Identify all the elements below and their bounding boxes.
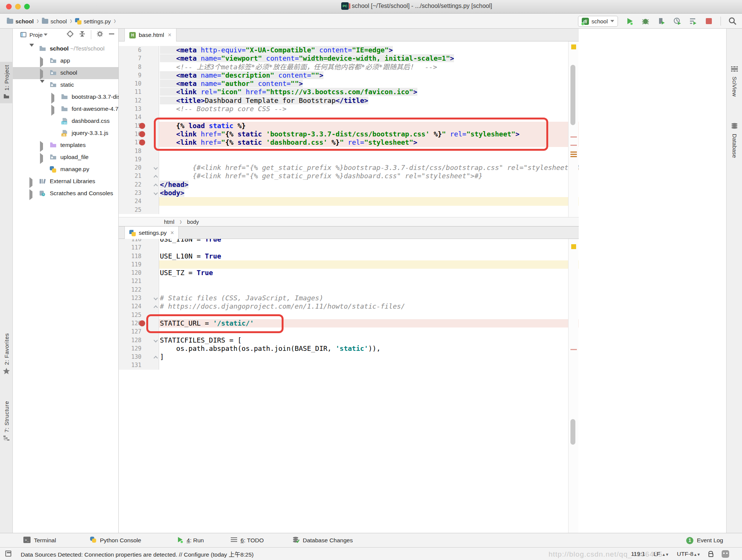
- expanded-arrow-icon[interactable]: [40, 83, 44, 90]
- tool-strip-project[interactable]: 1: Project: [0, 62, 13, 103]
- code-line-130[interactable]: 130]: [119, 353, 579, 361]
- stop-button[interactable]: [705, 17, 713, 25]
- fold-marker-icon[interactable]: [153, 175, 158, 179]
- vertical-scrollbar[interactable]: [570, 419, 575, 445]
- tree-item-dashboard-css[interactable]: CSSdashboard.css: [13, 115, 118, 127]
- tab-base-html[interactable]: H base.html ×: [124, 29, 176, 41]
- toolwindow-button-6-todo[interactable]: 6: TODO: [231, 533, 264, 548]
- minimize-window-button[interactable]: [15, 4, 21, 9]
- toolwindow-button-terminal[interactable]: >_Terminal: [23, 533, 56, 548]
- collapsed-arrow-icon[interactable]: [40, 143, 43, 150]
- encoding-select[interactable]: UTF-8▲▼: [677, 551, 700, 557]
- code-line-25[interactable]: 25: [119, 206, 579, 214]
- collapsed-arrow-icon[interactable]: [40, 59, 43, 66]
- collapsed-arrow-icon[interactable]: [29, 191, 32, 198]
- code-line-23[interactable]: 23<body>: [119, 189, 579, 197]
- tree-item-upload-file[interactable]: upload_file: [13, 151, 118, 164]
- toolwindow-button-4-run[interactable]: 4: Run: [177, 533, 204, 548]
- fold-marker-icon[interactable]: [153, 306, 158, 310]
- expanded-arrow-icon[interactable]: [29, 47, 34, 54]
- toggle-toolwindows-icon[interactable]: [5, 551, 11, 557]
- toolwindow-button-database-changes[interactable]: Database Changes: [293, 533, 353, 548]
- tool-strip-favorites[interactable]: 2: Favorites: [0, 333, 13, 376]
- code-line-117[interactable]: 117: [119, 243, 579, 252]
- settings-gear-icon[interactable]: [97, 31, 103, 39]
- tree-item-school[interactable]: school ~/Test/school: [13, 43, 118, 55]
- code-line-21[interactable]: 21 {#<link href="{% get_static_prefix %}…: [119, 172, 579, 180]
- code-line-20[interactable]: 20 {#<link href="{% get_static_prefix %}…: [119, 164, 579, 172]
- collapsed-arrow-icon[interactable]: [40, 71, 43, 78]
- breakpoint-icon[interactable]: [139, 320, 145, 326]
- breakpoint-icon[interactable]: [139, 123, 145, 129]
- collapsed-arrow-icon[interactable]: [40, 155, 43, 162]
- vertical-scrollbar[interactable]: [570, 65, 575, 125]
- collapsed-arrow-icon[interactable]: [29, 179, 32, 186]
- code-line-22[interactable]: 22</head>: [119, 181, 579, 189]
- tree-item-font-awesome-4-7-0[interactable]: font-awesome-4.7.0: [13, 103, 118, 115]
- code-line-13[interactable]: 13 <!-- Bootstrap core CSS -->: [119, 105, 579, 113]
- fold-marker-icon[interactable]: [153, 338, 158, 342]
- tree-item-jquery-3-3-1-js[interactable]: JSjquery-3.3.1.js: [13, 127, 118, 139]
- code-line-8[interactable]: 8 <!-- 上述3个meta标签*必须*放在最前面，任何其他内容都*必须*跟随…: [119, 63, 579, 71]
- code-line-119[interactable]: 119: [119, 260, 579, 269]
- close-tab-icon[interactable]: ×: [170, 230, 174, 236]
- breakpoint-icon[interactable]: [139, 131, 145, 137]
- caret-position[interactable]: 119:1: [631, 551, 645, 557]
- code-line-6[interactable]: 6 <meta http-equiv="X-UA-Compatible" con…: [119, 46, 579, 54]
- run-configuration-select[interactable]: dj school: [578, 16, 618, 27]
- code-line-128[interactable]: 128STATICFILES_DIRS = [: [119, 336, 579, 344]
- close-tab-icon[interactable]: ×: [168, 32, 171, 38]
- hide-panel-icon[interactable]: [109, 31, 115, 38]
- collapsed-arrow-icon[interactable]: [51, 107, 54, 114]
- code-line-123[interactable]: 123# Static files (CSS, JavaScript, Imag…: [119, 294, 579, 302]
- code-line-9[interactable]: 9 <meta name="description" content="">: [119, 71, 579, 80]
- code-line-116[interactable]: 116USE_I18N = True: [119, 239, 579, 243]
- breadcrumb-package[interactable]: school: [51, 18, 67, 24]
- locate-file-icon[interactable]: [67, 31, 74, 39]
- tree-item-templates[interactable]: templates: [13, 139, 118, 151]
- maximize-window-button[interactable]: [24, 4, 30, 9]
- settings-py-editor[interactable]: 116USE_I18N = True117118USE_L10N = True1…: [119, 239, 579, 533]
- code-line-131[interactable]: 131: [119, 361, 579, 369]
- base-error-stripe[interactable]: [568, 41, 578, 217]
- tree-item-school[interactable]: school: [13, 67, 118, 79]
- toolwindow-button-python-console[interactable]: Python Console: [90, 533, 141, 548]
- collapsed-arrow-icon[interactable]: [51, 95, 54, 102]
- tree-item-static[interactable]: static: [13, 79, 118, 91]
- run-tasks-button[interactable]: [689, 17, 697, 25]
- search-everywhere-icon[interactable]: [728, 17, 737, 25]
- fold-marker-icon[interactable]: [153, 356, 158, 360]
- tool-strip-sciview[interactable]: SciView: [727, 66, 742, 96]
- code-line-7[interactable]: 7 <meta name="viewport" content="width=d…: [119, 54, 579, 63]
- fold-marker-icon[interactable]: [153, 184, 158, 188]
- code-line-122[interactable]: 122: [119, 286, 579, 294]
- tree-item-scratches-and-consoles[interactable]: Scratches and Consoles: [13, 188, 118, 200]
- tree-item-app[interactable]: app: [13, 55, 118, 67]
- coverage-button[interactable]: [657, 17, 665, 25]
- collapse-all-icon[interactable]: [79, 31, 86, 39]
- line-ending-select[interactable]: LF ▲▼: [653, 551, 668, 557]
- code-line-12[interactable]: 12 <title>Dashboard Template for Bootstr…: [119, 96, 579, 105]
- debug-button[interactable]: [641, 17, 650, 25]
- breadcrumb-html[interactable]: html: [164, 219, 174, 225]
- code-line-11[interactable]: 11 <link rel="icon" href="https://v3.boo…: [119, 88, 579, 96]
- fold-marker-icon[interactable]: [153, 191, 158, 195]
- tree-item-manage-py[interactable]: manage.py: [13, 164, 118, 176]
- event-log-button[interactable]: 1 Event Log: [686, 533, 723, 548]
- breadcrumb-body[interactable]: body: [187, 219, 199, 225]
- code-line-124[interactable]: 124# https://docs.djangoproject.com/en/1…: [119, 302, 579, 311]
- close-window-button[interactable]: [6, 4, 12, 9]
- tab-settings-py[interactable]: settings.py ×: [124, 226, 179, 239]
- code-line-129[interactable]: 129 os.path.abspath(os.path.join(BASE_DI…: [119, 344, 579, 353]
- code-line-118[interactable]: 118USE_L10N = True: [119, 252, 579, 260]
- tool-strip-database[interactable]: Database: [727, 123, 742, 158]
- code-line-121[interactable]: 121: [119, 277, 579, 285]
- tool-strip-structure[interactable]: 7: Structure: [0, 401, 13, 442]
- code-line-120[interactable]: 120USE_TZ = True: [119, 269, 579, 277]
- profiler-button[interactable]: [673, 17, 681, 25]
- code-line-24[interactable]: 24: [119, 197, 579, 205]
- breadcrumb-project[interactable]: school: [15, 18, 34, 24]
- breakpoint-icon[interactable]: [139, 139, 145, 145]
- code-line-19[interactable]: 19: [119, 155, 579, 164]
- tree-item-bootstrap-3-3-7-dist[interactable]: bootstrap-3.3.7-dist: [13, 91, 118, 103]
